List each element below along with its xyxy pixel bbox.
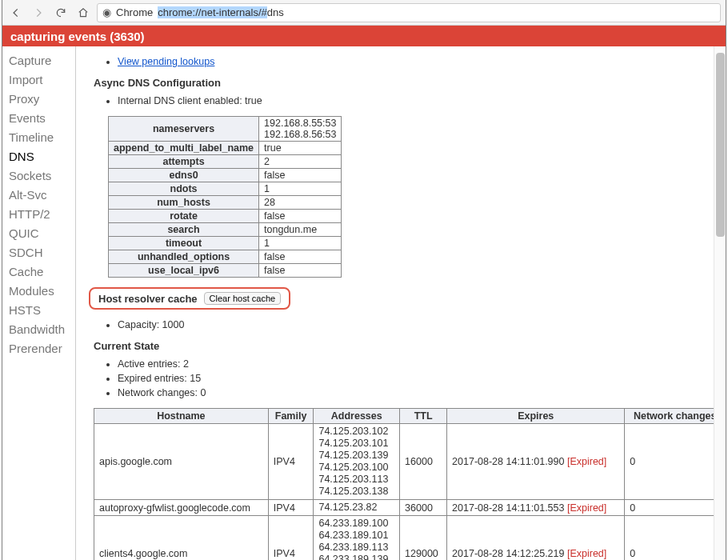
cache-network-changes: 0: [625, 424, 726, 500]
config-value: false: [259, 169, 342, 182]
expired-tag: [Expired]: [567, 502, 606, 514]
state-line: Network changes: 0: [118, 386, 716, 400]
chrome-icon: ◉: [102, 6, 111, 18]
config-value: 1: [259, 237, 342, 250]
cache-expires: 2017-08-28 14:11:01.990 [Expired]: [447, 424, 625, 500]
config-key: edns0: [109, 169, 259, 182]
config-key: attempts: [109, 155, 259, 169]
address-bar[interactable]: ◉ Chrome chrome://net-internals/#dns: [97, 3, 721, 22]
cache-expires: 2017-08-28 14:12:25.219 [Expired]: [447, 516, 625, 561]
host-resolver-cache-section: Host resolver cache Clear host cache: [89, 287, 290, 310]
cache-network-changes: 0: [625, 500, 726, 516]
config-key: ndots: [109, 182, 259, 196]
cache-header: Family: [268, 409, 314, 424]
config-value: 28: [259, 196, 342, 210]
config-row: attempts2: [109, 155, 342, 169]
cache-row: clients4.google.comIPV464.233.189.100 64…: [94, 516, 726, 561]
clear-host-cache-button[interactable]: Clear host cache: [204, 292, 282, 305]
cache-hostname: clients4.google.com: [94, 516, 269, 561]
config-key: rotate: [109, 210, 259, 223]
sidebar-item-http-2[interactable]: HTTP/2: [2, 205, 75, 224]
config-row: append_to_multi_label_nametrue: [109, 142, 342, 155]
cache-family: IPV4: [268, 516, 314, 561]
config-key: unhandled_options: [109, 250, 259, 264]
config-key: timeout: [109, 237, 259, 250]
cache-header: Addresses: [314, 409, 400, 424]
expired-tag: [Expired]: [567, 548, 606, 559]
cache-family: IPV4: [268, 424, 314, 500]
config-key: num_hosts: [109, 196, 259, 210]
sidebar-item-alt-svc[interactable]: Alt-Svc: [2, 186, 75, 205]
cache-addresses: 74.125.203.102 74.125.203.101 74.125.203…: [314, 424, 400, 500]
capacity-line: Capacity: 1000: [118, 318, 716, 332]
cache-hostname: apis.google.com: [94, 424, 269, 500]
cache-network-changes: 0: [625, 516, 726, 561]
sidebar-item-bandwidth[interactable]: Bandwidth: [2, 320, 75, 339]
config-value: true: [259, 142, 342, 155]
view-pending-lookups-link[interactable]: View pending lookups: [118, 56, 214, 67]
host-resolver-cache-label: Host resolver cache: [98, 293, 198, 305]
cache-header: Network changes: [625, 409, 726, 424]
sidebar-item-prerender[interactable]: Prerender: [2, 339, 75, 358]
sidebar-item-hsts[interactable]: HSTS: [2, 301, 75, 320]
main-content: View pending lookups Async DNS Configura…: [76, 46, 726, 560]
sidebar-item-sdch[interactable]: SDCH: [2, 243, 75, 262]
config-value: false: [259, 210, 342, 223]
reload-button[interactable]: [52, 4, 70, 22]
sidebar-item-timeline[interactable]: Timeline: [2, 128, 75, 147]
host-cache-table: HostnameFamilyAddressesTTLExpiresNetwork…: [94, 408, 726, 560]
config-row: nameservers192.168.8.55:53 192.168.8.56:…: [109, 117, 342, 142]
config-key: nameservers: [109, 117, 259, 142]
address-product: Chrome: [116, 6, 153, 18]
config-value: tongdun.me: [259, 223, 342, 237]
cache-header: Expires: [447, 409, 625, 424]
config-row: use_local_ipv6false: [109, 264, 342, 278]
cache-expires: 2017-08-28 14:11:01.553 [Expired]: [447, 500, 625, 516]
expired-tag: [Expired]: [567, 456, 606, 467]
forward-button[interactable]: [30, 4, 47, 22]
cache-ttl: 36000: [400, 500, 447, 516]
config-value: 192.168.8.55:53 192.168.8.56:53: [259, 117, 342, 142]
sidebar-item-sockets[interactable]: Sockets: [2, 166, 75, 186]
cache-header: TTL: [400, 409, 447, 424]
home-button[interactable]: [74, 4, 92, 22]
cache-row: autoproxy-gfwlist.googlecode.comIPV474.1…: [94, 500, 726, 516]
sidebar-item-modules[interactable]: Modules: [2, 282, 75, 301]
sidebar: CaptureImportProxyEventsTimelineDNSSocke…: [2, 46, 76, 560]
config-row: num_hosts28: [109, 196, 342, 210]
vertical-scrollbar[interactable]: [714, 46, 726, 560]
cache-row: apis.google.comIPV474.125.203.102 74.125…: [94, 424, 726, 500]
config-row: unhandled_optionsfalse: [109, 250, 342, 264]
address-url: chrome://net-internals/#dns: [158, 6, 284, 18]
cache-family: IPV4: [268, 500, 314, 516]
config-value: 2: [259, 155, 342, 169]
current-state-title: Current State: [94, 340, 716, 352]
sidebar-item-capture[interactable]: Capture: [2, 51, 75, 70]
sidebar-item-quic[interactable]: QUIC: [2, 224, 75, 243]
config-value: false: [259, 264, 342, 278]
state-line: Active entries: 2: [118, 357, 716, 371]
sidebar-item-dns[interactable]: DNS: [2, 147, 75, 166]
config-value: false: [259, 250, 342, 264]
internal-dns-line: Internal DNS client enabled: true: [118, 94, 716, 108]
cache-hostname: autoproxy-gfwlist.googlecode.com: [94, 500, 269, 516]
dns-config-table: nameservers192.168.8.55:53 192.168.8.56:…: [108, 116, 342, 278]
cache-header: Hostname: [94, 409, 269, 424]
config-row: rotatefalse: [109, 210, 342, 223]
events-banner-text: capturing events (3630): [10, 30, 145, 43]
sidebar-item-proxy[interactable]: Proxy: [2, 90, 75, 109]
sidebar-item-cache[interactable]: Cache: [2, 262, 75, 282]
sidebar-item-events[interactable]: Events: [2, 109, 75, 128]
scrollbar-thumb[interactable]: [716, 53, 725, 237]
state-line: Expired entries: 15: [118, 371, 716, 386]
config-value: 1: [259, 182, 342, 196]
browser-toolbar: ◉ Chrome chrome://net-internals/#dns: [2, 0, 726, 26]
config-key: search: [109, 223, 259, 237]
back-button[interactable]: [7, 4, 25, 22]
sidebar-item-import[interactable]: Import: [2, 70, 75, 90]
config-key: append_to_multi_label_name: [109, 142, 259, 155]
cache-ttl: 129000: [400, 516, 447, 561]
cache-addresses: 64.233.189.100 64.233.189.101 64.233.189…: [314, 516, 400, 561]
config-key: use_local_ipv6: [109, 264, 259, 278]
config-row: edns0false: [109, 169, 342, 182]
